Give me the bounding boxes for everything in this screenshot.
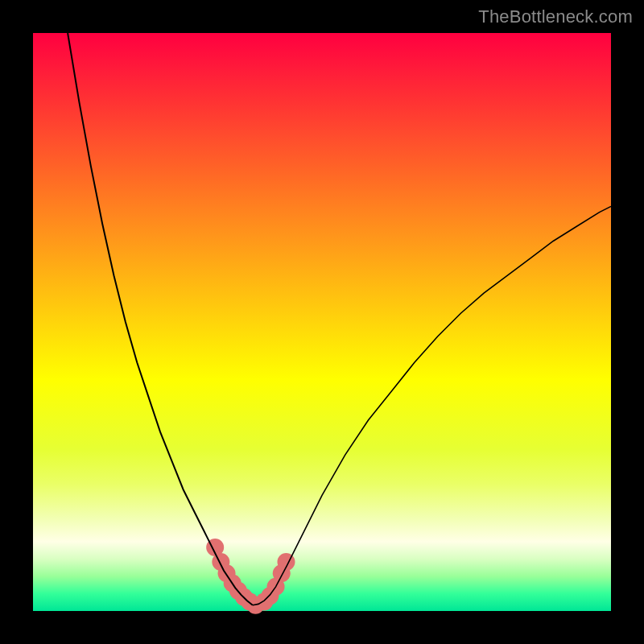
right-branch-curve	[253, 206, 611, 605]
chart-frame: TheBottleneck.com	[0, 0, 644, 644]
watermark-text: TheBottleneck.com	[478, 6, 633, 27]
plot-area	[33, 33, 611, 611]
curve-layer	[33, 33, 611, 611]
left-branch-curve	[68, 33, 253, 605]
